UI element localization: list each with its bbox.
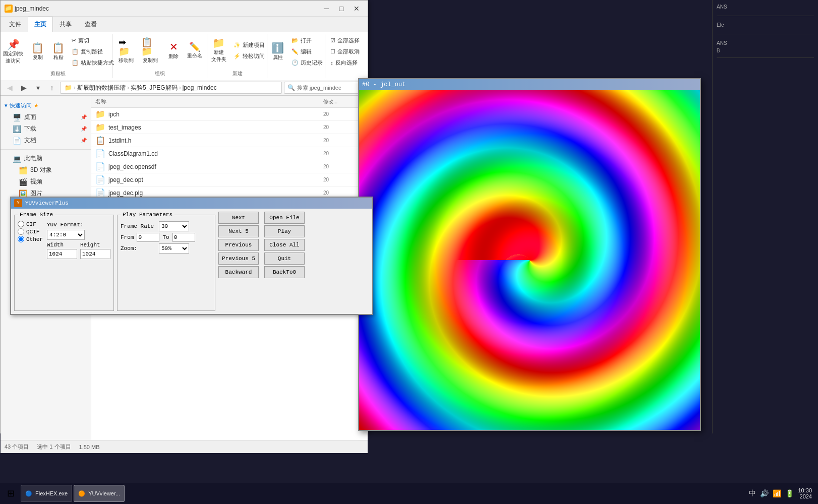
recent-locations-button[interactable]: ▾: [32, 82, 44, 94]
easy-access-button[interactable]: ⚡ 轻松访问: [231, 51, 267, 61]
next5-button[interactable]: Next 5: [218, 225, 259, 237]
select-none-button[interactable]: ☐ 全部取消: [328, 46, 362, 57]
from-input[interactable]: [137, 233, 159, 242]
radio-column: CIF QCIF Other: [18, 220, 43, 259]
other-radio[interactable]: [18, 236, 24, 242]
frame-size-content: CIF QCIF Other YUV Format:: [18, 220, 110, 259]
forward-button[interactable]: ▶: [18, 82, 30, 94]
cut-button[interactable]: ✂ 剪切: [69, 35, 116, 46]
to-input[interactable]: [172, 233, 195, 242]
edit-button[interactable]: ✏️ 编辑: [289, 46, 325, 57]
start-button[interactable]: ⊞: [2, 485, 19, 502]
volume-icon[interactable]: 🔊: [760, 489, 769, 497]
height-input[interactable]: [80, 249, 110, 259]
image-content: [359, 90, 700, 430]
yuv-title-text: YUVviewerPlus: [25, 200, 69, 206]
computer-icon: 💻: [13, 155, 21, 163]
ribbon-select-group: ☑ 全部选择 ☐ 全部取消 ↕ 反向选择: [326, 34, 364, 78]
history-button[interactable]: 🕐 历史记录: [289, 57, 325, 68]
up-button[interactable]: ↑: [46, 82, 58, 94]
backward-button[interactable]: Backward: [218, 266, 259, 278]
next-button[interactable]: Next: [218, 212, 259, 224]
previous5-button[interactable]: Previous 5: [218, 253, 259, 265]
copy-to-button[interactable]: 📋📁 复制到: [138, 35, 162, 67]
network-icon[interactable]: 📶: [773, 489, 781, 497]
back-button[interactable]: ◀: [4, 82, 16, 94]
qcif-radio[interactable]: [18, 228, 24, 235]
sidebar-item-downloads[interactable]: ⬇️ 下载 📌: [1, 123, 91, 135]
zoom-row: Zoom: 50% 25% 75% 100%: [121, 243, 212, 254]
format-select[interactable]: 4:2:0 4:2:2 4:4:4: [47, 230, 85, 240]
file-row-ipch[interactable]: 📁 ipch 20: [91, 108, 368, 121]
pin-indicator-2: 📌: [81, 126, 87, 132]
invert-selection-button[interactable]: ↕ 反向选择: [328, 57, 362, 68]
quick-access-header[interactable]: ▾ 快速访问 ★: [1, 100, 91, 111]
to-label: To: [162, 234, 169, 240]
select-all-button[interactable]: ☑ 全部选择: [328, 35, 362, 46]
previous-button[interactable]: Previous: [218, 239, 259, 251]
frame-rate-select[interactable]: 30: [159, 221, 189, 231]
file-row-test-images[interactable]: 📁 test_images 20: [91, 121, 368, 134]
file-row-opt[interactable]: 📄 jpeg_dec.opt 20: [91, 173, 368, 186]
minimize-button[interactable]: ─: [319, 3, 333, 14]
sidebar-item-videos[interactable]: 🎬 视频: [1, 176, 91, 187]
history-icon: 🕐: [291, 59, 299, 66]
file-row-classdiagram[interactable]: 📄 ClassDiagram1.cd 20: [91, 147, 368, 160]
width-input[interactable]: [47, 249, 77, 259]
rename-button[interactable]: ✏️ 重命名: [185, 40, 205, 62]
pin-to-quick-access-button[interactable]: 📌 固定到快速访问: [0, 37, 27, 67]
new-folder-button[interactable]: 📁 新建文件夹: [208, 35, 230, 66]
paste-shortcut-button[interactable]: 📋 粘贴快捷方式: [69, 57, 116, 68]
cd-file-icon: 📄: [95, 149, 105, 158]
search-input[interactable]: [297, 85, 367, 91]
image-title-text: #0 - jcl_out: [362, 81, 405, 88]
file-list-header: 名称 修改...: [91, 96, 368, 108]
back-to-0-button[interactable]: BackTo0: [264, 266, 305, 278]
organize-buttons: ➡📁 移动到 📋📁 复制到 ✕ 删除 ✏️ 重命名: [115, 35, 205, 67]
address-path[interactable]: 📁 › 斯辰朗的数据压缩 › 实验5_JPEG解码 › jpeg_mindec: [60, 82, 282, 94]
sidebar-item-desktop[interactable]: 🖥️ 桌面 📌: [1, 111, 91, 123]
play-button[interactable]: Play: [264, 225, 305, 237]
taskbar-item-yuv[interactable]: 🟠 YUVviewer...: [74, 485, 125, 502]
paste-button[interactable]: 📋 粘贴: [48, 40, 68, 64]
taskbar-item-flexhex[interactable]: 🔵 FlexHEX.exe: [21, 485, 72, 502]
selected-count: 选中 1 个项目: [37, 443, 71, 451]
new-item-button[interactable]: ✨ 新建项目: [231, 40, 267, 50]
tab-view[interactable]: 查看: [78, 17, 103, 32]
close-button[interactable]: ✕: [349, 3, 364, 14]
sidebar-item-3d-objects[interactable]: 🗂️ 3D 对象: [1, 164, 91, 176]
open-file-button[interactable]: Open File: [264, 212, 305, 224]
dimensions-row: Width Height: [47, 242, 110, 259]
delete-button[interactable]: ✕ 删除: [163, 39, 184, 62]
quit-button[interactable]: Quit: [264, 253, 305, 265]
sidebar-item-this-pc[interactable]: 💻 此电脑: [1, 153, 91, 164]
zoom-select[interactable]: 50% 25% 75% 100%: [159, 243, 189, 254]
file-row-1stdint[interactable]: 📋 1stdint.h 20: [91, 134, 368, 147]
properties-button[interactable]: ℹ️ 属性: [268, 40, 288, 64]
tab-home[interactable]: 主页: [28, 17, 53, 32]
move-to-button[interactable]: ➡📁 移动到: [115, 35, 137, 67]
ribbon-tabs: 文件 主页 共享 查看: [1, 17, 368, 32]
from-label: From: [121, 234, 134, 240]
right-section-2: Ele: [717, 22, 814, 34]
open-button[interactable]: 📂 打开: [289, 35, 325, 46]
folder-icon-ipch: 📁: [95, 109, 105, 119]
right-panel: ANS Ele ANS B: [712, 0, 818, 433]
yuv-title-bar: Y YUVviewerPlus: [11, 198, 372, 209]
maximize-button[interactable]: □: [334, 3, 348, 14]
tab-file[interactable]: 文件: [3, 17, 28, 32]
sidebar-item-documents[interactable]: 📄 文档 📌: [1, 135, 91, 146]
tab-share[interactable]: 共享: [53, 17, 78, 32]
organize-label: 组织: [155, 68, 165, 77]
file-row-opensdf[interactable]: 📄 jpeg_dec.opensdf 20: [91, 160, 368, 173]
close-all-button[interactable]: Close All: [264, 239, 305, 251]
cif-radio[interactable]: [18, 221, 24, 227]
copy-path-button[interactable]: 📋 复制路径: [69, 46, 116, 57]
image-title-bar: #0 - jcl_out: [359, 79, 700, 90]
copy-button[interactable]: 📋 复制: [28, 40, 47, 64]
battery-icon[interactable]: 🔋: [785, 489, 794, 497]
explorer-icon: 📁: [5, 5, 13, 13]
swirl-image: [359, 90, 700, 430]
video-icon: 🎬: [19, 178, 27, 186]
nav-buttons: Next Next 5 Previous Previous 5 Backward: [218, 212, 261, 311]
